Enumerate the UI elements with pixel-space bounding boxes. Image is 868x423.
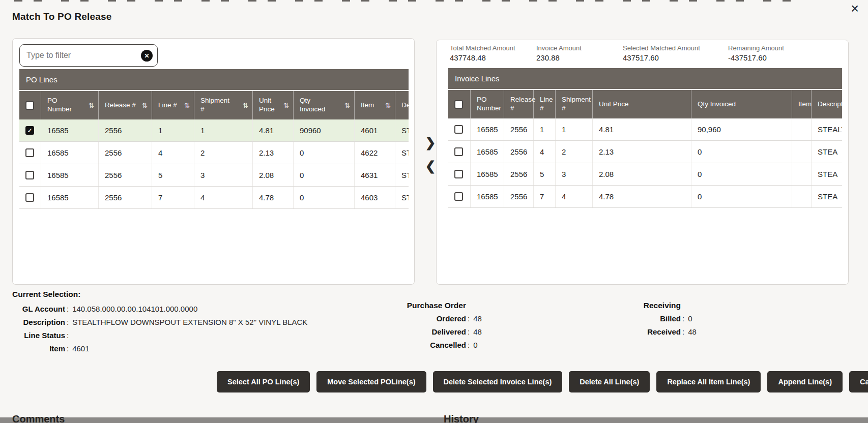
row-checkbox[interactable]: ✓ — [25, 126, 34, 135]
row-checkbox[interactable] — [454, 125, 463, 134]
sort-icon[interactable]: ⇅ — [89, 102, 94, 109]
cell-qty-invoiced: 0 — [294, 187, 355, 208]
amount-label: Selected Matched Amount — [623, 44, 728, 52]
filter-input[interactable] — [19, 44, 158, 67]
po-lines-title: PO Lines — [19, 69, 409, 91]
row-checkbox-cell — [19, 164, 41, 186]
column-label: Shipment # — [200, 97, 232, 114]
field-ordered: Ordered:48 — [402, 312, 482, 325]
field-colon: : — [682, 312, 684, 325]
column-header-po-number[interactable]: PO Number⇅ — [41, 91, 99, 119]
cell-shipment: 2 — [194, 142, 253, 164]
cell-line: 7 — [152, 187, 194, 208]
field-description: Description:STEALTHFLOW DOWNSPOUT EXTENS… — [12, 316, 307, 329]
amount-value: 437517.60 — [623, 53, 728, 62]
row-checkbox-cell — [448, 118, 471, 140]
row-checkbox[interactable] — [454, 170, 463, 178]
receiving-title: Receiving — [617, 299, 681, 312]
column-header-release[interactable]: Release # — [504, 90, 534, 118]
cell-unit-price: 2.08 — [253, 164, 294, 186]
cell-line: 4 — [152, 142, 194, 164]
cell-shipment: 1 — [194, 119, 253, 141]
column-header-description[interactable]: Description⇅ — [395, 91, 409, 119]
column-header-line[interactable]: Line #⇅ — [152, 91, 194, 119]
field-label: Received — [617, 325, 681, 339]
cell-shipment: 4 — [194, 187, 253, 208]
cell-line: 4 — [534, 141, 556, 163]
select-all-header-cell-invoice — [448, 90, 471, 118]
field-colon: : — [468, 339, 470, 352]
cell-item: 4622 — [355, 142, 395, 164]
row-checkbox[interactable] — [454, 192, 463, 201]
field-label: Billed — [617, 312, 681, 325]
field-value: 0 — [688, 312, 692, 325]
field-label: Cancelled — [402, 339, 466, 352]
cancel-button[interactable]: Cancel — [849, 371, 868, 392]
filter-field: ✕ — [19, 44, 158, 67]
purchase-order-summary: Purchase Order Ordered:48Delivered:48Can… — [402, 299, 482, 352]
invoice-lines-panel: Total Matched Amount437748.48Invoice Amo… — [436, 40, 849, 285]
sort-icon[interactable]: ⇅ — [385, 102, 391, 109]
cell-line: 1 — [152, 119, 194, 141]
delete-selected-invoice-line-s-button[interactable]: Delete Selected Invoice Line(s) — [433, 371, 563, 392]
field-colon: : — [67, 316, 69, 329]
table-row-invoice: 165852556114.8190,960STEALTHFLOW DOWNSPO… — [448, 118, 842, 141]
row-checkbox[interactable] — [25, 171, 34, 179]
column-header-qty-invoiced[interactable]: Qty Invoiced⇅ — [294, 91, 355, 119]
clear-filter-icon[interactable]: ✕ — [141, 50, 153, 62]
append-line-s-button[interactable]: Append Line(s) — [767, 371, 843, 392]
column-header-po-number[interactable]: PO Number — [471, 90, 504, 118]
row-checkbox-cell — [19, 187, 41, 208]
row-checkbox-cell — [19, 142, 41, 164]
table-row-invoice: 165852556744.780STEA — [448, 186, 842, 208]
field-colon: : — [67, 329, 69, 342]
row-checkbox[interactable] — [25, 148, 34, 157]
column-header-item[interactable]: Item — [792, 90, 812, 118]
move-selected-poline-s-button[interactable]: Move Selected POLine(s) — [316, 371, 426, 392]
amount-value: 437748.48 — [450, 53, 536, 62]
sort-icon[interactable]: ⇅ — [243, 102, 248, 109]
column-header-shipment[interactable]: Shipment #⇅ — [194, 91, 253, 119]
column-header-item[interactable]: Item⇅ — [355, 91, 395, 119]
current-selection: Current Selection: GL Account:140.058.00… — [12, 290, 307, 355]
select-all-po-line-s-button[interactable]: Select All PO Line(s) — [217, 371, 310, 392]
field-value: 4601 — [72, 342, 89, 355]
select-all-checkbox-invoice[interactable] — [454, 100, 463, 109]
row-checkbox[interactable] — [454, 147, 463, 156]
close-icon[interactable]: × — [851, 2, 859, 16]
sort-icon[interactable]: ⇅ — [142, 102, 148, 109]
cell-unit-price: 4.81 — [593, 118, 691, 140]
sort-icon[interactable]: ⇅ — [283, 102, 289, 109]
column-header-line[interactable]: Line # — [534, 90, 556, 118]
cell-po-number: 16585 — [41, 119, 99, 141]
cell-shipment: 1 — [556, 118, 593, 140]
cell-item — [792, 163, 812, 185]
column-label: Unit Price — [599, 100, 629, 109]
field-line-status: Line Status: — [12, 329, 307, 342]
cell-release: 2556 — [99, 142, 152, 164]
cell-description: STEA — [812, 163, 842, 185]
row-checkbox-cell — [448, 141, 471, 163]
column-header-unit-price[interactable]: Unit Price⇅ — [253, 91, 294, 119]
column-header-shipment[interactable]: Shipment # — [556, 90, 593, 118]
amount-selected-matched-amount: Selected Matched Amount437517.60 — [623, 44, 728, 62]
column-label: PO Number — [477, 96, 504, 113]
delete-all-line-s-button[interactable]: Delete All Line(s) — [569, 371, 650, 392]
cell-unit-price: 4.78 — [253, 187, 294, 208]
field-value: 140.058.000.00.00.104101.000.0000 — [72, 303, 197, 316]
cell-qty-invoiced: 0 — [691, 141, 792, 163]
row-checkbox[interactable] — [25, 193, 34, 202]
cell-description: STEA — [812, 186, 842, 207]
cell-po-number: 16585 — [471, 163, 504, 185]
column-header-release[interactable]: Release #⇅ — [99, 91, 152, 119]
column-header-qty-invoiced[interactable]: Qty Invoiced — [691, 90, 792, 118]
select-all-checkbox-po[interactable] — [25, 101, 34, 110]
column-header-description[interactable]: Description — [812, 90, 842, 118]
row-checkbox-cell — [448, 163, 471, 185]
column-label: Line # — [540, 96, 555, 113]
replace-all-item-line-s-button[interactable]: Replace All Item Line(s) — [656, 371, 761, 392]
sort-icon[interactable]: ⇅ — [184, 102, 190, 109]
sort-icon[interactable]: ⇅ — [344, 102, 350, 109]
cell-description: STEALTHFLOW DOWNSPOUT EXTENSION 8" X 52"… — [812, 118, 842, 140]
column-header-unit-price[interactable]: Unit Price — [593, 90, 691, 118]
